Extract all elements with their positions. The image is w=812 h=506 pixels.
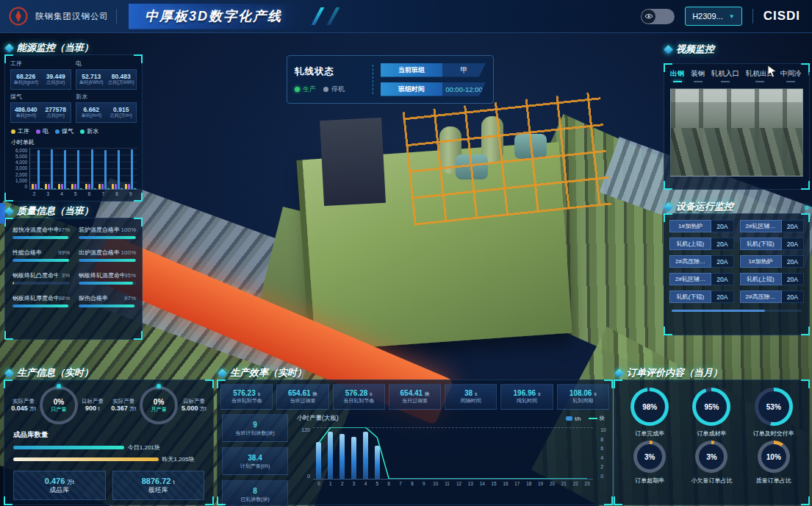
axis-tick: 2 <box>600 464 606 469</box>
chevron-right-icon[interactable]: » <box>804 202 809 213</box>
quality-bar-track <box>12 304 70 307</box>
quality-bar-track <box>79 282 136 285</box>
chevron-down-icon: ▼ <box>729 13 735 20</box>
axis-tick: 5 <box>74 191 77 196</box>
video-tab-3[interactable]: 轧机入口 <box>711 69 739 82</box>
device-item[interactable]: 2#轧区辅…20A <box>669 273 734 285</box>
efficiency-card-value: 576.28 s <box>345 389 373 399</box>
legend-label: 停机 <box>331 85 345 94</box>
page-title-plate: 中厚板3D数字化产线 <box>129 4 304 29</box>
axis-tick: 11 <box>442 481 453 486</box>
energy-bar-煤气 <box>91 149 93 189</box>
video-feed[interactable] <box>670 88 803 177</box>
diamond-icon <box>4 207 14 216</box>
quality-item-top: 出炉温度合格率100% <box>79 249 136 257</box>
side-box-value: 9 <box>253 420 257 430</box>
axis-tick: 8 <box>115 191 118 196</box>
device-value: 20A <box>711 255 734 268</box>
energy-card: 煤气486.040单耗(m³/t)277578总耗(m³) <box>10 93 71 123</box>
axis-tick: 15 <box>488 481 500 486</box>
video-tab-2[interactable]: 装钢 <box>691 69 705 82</box>
device-item[interactable]: 2#轧区辅…20A <box>740 220 805 232</box>
legend-item: 块 <box>589 415 606 422</box>
stock-bar-label: 昨天1,205块 <box>162 455 195 463</box>
bar-slot <box>395 427 406 479</box>
devices-scrollbar[interactable] <box>672 310 802 312</box>
order-gauge-cell: 95%订单成材率 <box>682 388 741 438</box>
shift-time-value: 00:00-12:00 <box>442 82 486 96</box>
visibility-toggle[interactable] <box>641 9 675 24</box>
device-item[interactable]: 1#加热炉20A <box>669 220 734 232</box>
quality-bar-fill <box>12 236 68 239</box>
left-edge-tab[interactable] <box>0 203 5 224</box>
energy-value-label: 单耗(m³/t) <box>15 113 36 118</box>
efficiency-card: 654.61 块当班过钢量 <box>276 384 328 410</box>
device-value: 20A <box>782 291 805 303</box>
quality-item: 钢板终轧温度命中率95% <box>79 271 136 285</box>
quality-percent: 97% <box>124 295 136 302</box>
device-item[interactable]: 轧机(上辊)20A <box>740 273 805 285</box>
line-status-divider <box>373 65 373 94</box>
order-gauge: 3% <box>633 441 666 473</box>
devices-grid: 1#加热炉20A2#轧区辅…20A轧机(上辊)20A轧机(下辊)20A2#高压除… <box>664 214 809 303</box>
energy-bar-电 <box>48 184 50 189</box>
heat-number-dropdown[interactable]: H2309... ▼ <box>685 7 742 26</box>
bar-slot <box>453 427 465 479</box>
axis-tick: 9 <box>129 191 132 196</box>
device-item[interactable]: 轧机(下辊)20A <box>669 291 734 303</box>
device-item[interactable]: 轧机(上辊)20A <box>669 238 734 250</box>
bar-slot <box>558 427 570 479</box>
energy-value-pair: 80.483总耗(万kWh) <box>107 70 137 89</box>
energy-value-pair: 486.040单耗(m³/t) <box>11 103 41 122</box>
device-value: 20A <box>782 273 805 285</box>
video-tab-5[interactable]: 中间冷 <box>780 69 802 82</box>
efficiency-card-value: 38 s <box>464 389 478 399</box>
device-label: 1#加热炉 <box>669 220 711 232</box>
daily-production-group: 实际产量 0.045 万t 0% 日产量 目标产量 900 t <box>11 386 104 424</box>
quality-bar-track <box>79 236 136 239</box>
energy-chart-ylabel: 小时单耗 <box>5 135 142 146</box>
device-label: 轧机(上辊) <box>740 273 782 285</box>
axis-tick: 10 <box>600 427 606 432</box>
device-item[interactable]: 轧机(下辊)20A <box>740 238 805 250</box>
efficiency-panel-title: 生产效率（实时） <box>219 366 306 380</box>
energy-bar-工序 <box>112 184 114 189</box>
header-left: 陕钢集团汉钢公司 中厚板3D数字化产线 <box>0 4 335 29</box>
axis-tick: 8 <box>600 437 606 442</box>
energy-bar-工序 <box>71 184 73 189</box>
axis-tick: 10 <box>430 481 442 486</box>
device-item[interactable]: 1#加热炉20A <box>740 255 805 268</box>
quality-item: 出炉温度合格率100% <box>79 249 136 262</box>
energy-value-pair: 6.662单耗(m³/t) <box>76 103 107 122</box>
device-value: 20A <box>711 220 734 232</box>
legend-label: 生产 <box>303 85 316 94</box>
axis-tick: 0 <box>313 481 325 486</box>
devices-scrollbar-thumb[interactable] <box>672 310 765 312</box>
legend-label: 电 <box>43 127 48 135</box>
diamond-icon <box>218 368 227 378</box>
energy-bar-煤气 <box>104 150 107 189</box>
video-tab-6[interactable]: 电加热 <box>808 69 810 82</box>
bar-group <box>32 148 43 189</box>
quality-bar-fill <box>79 282 133 285</box>
video-tab-1[interactable]: 出钢 <box>670 69 684 82</box>
production-dot-icon <box>295 87 300 92</box>
device-item[interactable]: 2#高压除…20A <box>669 255 734 268</box>
device-item[interactable]: 2#高压除…20A <box>740 291 805 303</box>
axis-tick: 4 <box>360 481 372 486</box>
energy-bar-新水 <box>134 188 136 189</box>
axis-tick: 6,000 <box>15 148 27 153</box>
shift-time-row: 班组时间 00:00-12:00 <box>381 82 486 96</box>
order-gauge: 10% <box>758 441 790 473</box>
bar-group <box>71 148 82 189</box>
orders-panel-title: 订单评价内容（当月） <box>616 366 722 380</box>
legend-label: 煤气 <box>62 127 73 135</box>
energy-card-name: 工序 <box>10 60 71 68</box>
quality-item-top: 钢板终轧凸度命中率3% <box>12 271 70 279</box>
device-value: 20A <box>711 291 734 303</box>
toggle-knob <box>642 10 655 24</box>
cisdi-logo: CISDI <box>764 9 800 24</box>
bar-slot <box>406 427 418 479</box>
shift-value: 甲 <box>442 63 486 77</box>
orders-gauges-grid: 98%订单完成率95%订单成材率53%订单及时交付率3%订单超期率3%小欠量订单… <box>614 380 809 485</box>
